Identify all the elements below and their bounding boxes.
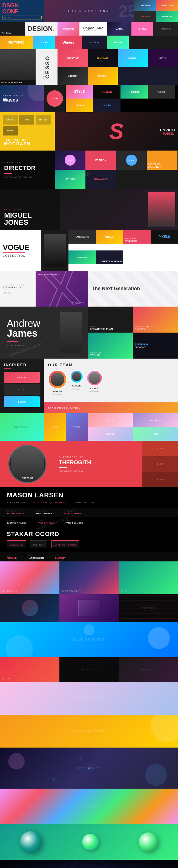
dsgn-date: 25 JULY	[2, 16, 41, 20]
section-portrait: PORTRAIT PHOTOGRAPHER THEROGITH CREATIVE…	[0, 441, 178, 487]
portrait-container: PORTRAIT	[0, 441, 55, 487]
person-group-3: Editor YARO FILLMORE	[65, 520, 83, 524]
mosaic-elegant: Elegant Slides PRESENTATION	[80, 22, 107, 36]
cr-thumb-2: FASHION	[85, 151, 116, 170]
mosaic-1: Tiny Sins.	[0, 22, 25, 36]
gr-3: PASTEL	[88, 427, 133, 441]
miguel-left: PORTFOLIO MIGUEL JONES	[0, 189, 60, 230]
stakar-label-2: TRENDED	[30, 540, 48, 548]
section-inspired-team: INSPIRED CREATIVE STUDIO DESIGN OUR TEAM	[0, 359, 178, 413]
section-person-names: Manager JUSTINE T. PAGEB Creative VACE C…	[0, 517, 178, 526]
section-dsgn-conf: DSGN CONF 25 JULY 25 DESIGN CONFERENCE C…	[0, 0, 178, 22]
section-red-dark: RED HOT DARK PATTERN DARK PURPLE	[0, 657, 178, 682]
creative-left: CREATIVE DIRECTOR PRESENTATION TEMPLATE	[0, 151, 55, 189]
design-thumb: DESIGN	[93, 85, 120, 98]
mosaic-waves: Waves	[55, 36, 82, 49]
dsgn-bg-text: 25	[119, 2, 134, 21]
section-cesso: MARCO FERRARO PRO 2018 CESSO CREATIVE TE…	[0, 49, 178, 85]
section-mograph: Now You Feel It The Right Design TEMPLAT…	[0, 112, 178, 151]
team-member-2: CLARA K. Designer	[70, 370, 84, 390]
section-multipurpose: MULTIPURPOSE TYPOGRAPHY SIMPLE X MULTIPU…	[0, 271, 178, 307]
mosaic-design: DESIGN .	[25, 22, 58, 36]
andrew-last: James	[7, 329, 81, 338]
thumb-cr-6: DESIGN	[88, 67, 118, 85]
section-andrew-james: Andrew James PORTFOLIO GREAT CREATE THE …	[0, 307, 178, 359]
vg-t1: LANDSCAPE	[68, 230, 96, 244]
dsgn-conf-left: DSGN CONF 25 JULY	[0, 0, 44, 22]
vogue-photo	[41, 230, 68, 271]
andrew-first: Andrew	[7, 319, 81, 329]
section-deep-purple: DEEP SPACE	[0, 748, 178, 788]
thumb-1: CREATIVE	[134, 0, 156, 11]
fresh-thumb: FRESH	[120, 85, 148, 98]
next-gen-title: The Next Generation	[92, 286, 174, 292]
grad-orange: WARM	[44, 413, 66, 441]
section-bottom-names: Role FRANKIE Role KAREN OLSEN Role ELIZA…	[0, 552, 178, 561]
grad-green-big: CREATIVE	[0, 413, 44, 441]
vg-pixels: PUT YOUR TITLE HERE	[123, 230, 151, 244]
vogue-right: LANDSCAPE MINIMAL PUT YOUR TITLE HERE PI…	[68, 230, 178, 271]
rd-2: DARK PATTERN	[59, 657, 119, 682]
section-rainbow: HOLOGRAPHIC	[0, 788, 178, 824]
thumb-4: TEMPLATE	[156, 11, 178, 22]
miguel-first: MIGUEL	[4, 212, 56, 219]
staff-2: MONTREAL, QC: MODERN	[33, 501, 66, 504]
section-vogue: VOGUE COLLECTION LANDSCAPE MINIMAL PUT Y…	[0, 230, 178, 271]
label-group-1: Director TAYLOR BROCK	[7, 510, 24, 515]
portrait-circle: PORTRAIT	[8, 445, 47, 483]
da-2	[59, 594, 119, 622]
section-color-palette-1: MULTICOLOR DARK GRADIENT MINT	[0, 561, 178, 594]
da-3: TEXTURE	[119, 594, 178, 622]
our-team-section: OUR TEAM ANNA DEL Art Director	[44, 359, 178, 413]
section-pink-grad: SOFT GRADIENT	[0, 682, 178, 715]
staff-3: JOHN LINCOLN	[75, 501, 94, 504]
grad-right-group: SOFT LAVENDER PASTEL MINT	[88, 413, 178, 441]
section-orange-grad: WARM GRADIENT	[0, 715, 178, 748]
mosaic-7: TEMPLATE	[153, 22, 178, 36]
team-role-2: Designer	[73, 388, 80, 390]
section-design-mosaic: Tiny Sins. DESIGN . MODERN Elegant Slide…	[0, 22, 178, 49]
mosaic-5: DARK	[107, 22, 131, 36]
yellow-thumb: BRIGHT	[66, 98, 93, 112]
person-group-2: Creative VACE CARROLL	[37, 520, 54, 524]
next-gen-section: The Next Generation	[88, 271, 178, 307]
elegant-title: Elegant Slides	[83, 26, 103, 30]
blue-thumb: CLEAN	[93, 98, 120, 112]
cesso-photo: MARCO FERRARO	[0, 49, 36, 85]
mosaic-9: CLEAN	[33, 36, 55, 49]
section-creative: CREATIVE DIRECTOR PRESENTATION TEMPLATE …	[0, 151, 178, 189]
cr-thumb-1: PHOTO	[55, 151, 85, 170]
cr-thumb-6: SHOWCASE	[85, 170, 116, 189]
section-dark-abstract: TEXTURE	[0, 594, 178, 622]
cp-2: DARK GRADIENT	[59, 561, 119, 594]
vg-t5: VIBRANT	[68, 250, 96, 264]
envato-section: S ENVATO MARKE...	[55, 112, 178, 151]
da-1	[0, 594, 59, 622]
section-stakar: STAKAR OGORD LABEL ONE TRENDED ANDERSON …	[0, 526, 178, 552]
ar-t4: PORTFOLIO SHOWCASE	[133, 333, 178, 359]
thumb-3: ORIGINAL	[134, 11, 156, 22]
thumb-2: DIRECTOR	[156, 0, 178, 11]
mograph-left: Now You Feel It The Right Design TEMPLAT…	[0, 112, 55, 151]
section-name-labels: Director TAYLOR BROCK Designer VACE CARR…	[0, 508, 178, 517]
vg-create: CREATE A VISION	[96, 250, 123, 264]
creative-right: PHOTO FASHION TEAM CORPORATE AGENCY STUD…	[55, 151, 178, 189]
team-role-1: Art Director	[53, 394, 62, 395]
section-waves-style: PRESENTATION Waves LOGO STYLE DESIGN FRE…	[0, 85, 178, 112]
cr-thumb-3: TEAM	[116, 151, 147, 170]
thumb-cr-3: MINIMAL	[118, 49, 148, 67]
ar-t3: SLIDESHOW NATURE	[88, 333, 133, 359]
section-tunnel: TUNNEL VISION	[0, 860, 178, 868]
style-thumb: STYLE	[66, 85, 93, 98]
mason-name: MASON LARSEN	[7, 491, 171, 499]
dsgn-title: DSGN CONF	[2, 2, 41, 14]
team-member-3: KIARA A. Photographer	[86, 370, 103, 393]
andrew-left: Andrew James PORTFOLIO	[0, 307, 88, 359]
waves-mid: LOGO	[44, 85, 66, 112]
thumb-cr-1: CREATIVE	[58, 49, 88, 67]
envato-s: S	[109, 122, 123, 141]
ar-t1: GREAT CREATE THE PLAN	[88, 307, 133, 333]
multipurpose-left: MULTIPURPOSE TYPOGRAPHY SIMPLE	[0, 271, 36, 307]
team-member-1: ANNA DEL Art Director	[48, 370, 67, 395]
page-container: DSGN CONF 25 JULY 25 DESIGN CONFERENCE C…	[0, 0, 178, 868]
